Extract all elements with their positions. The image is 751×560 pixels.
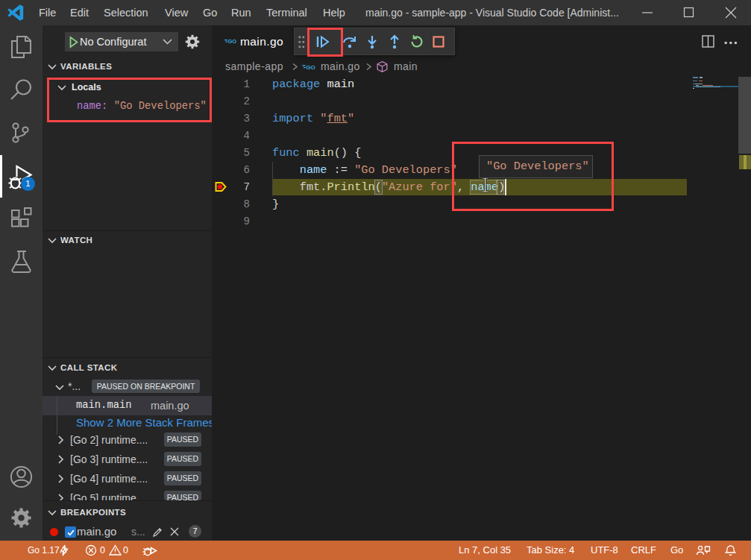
svg-text:GO: GO: [306, 64, 315, 71]
svg-text:GO: GO: [228, 38, 237, 45]
